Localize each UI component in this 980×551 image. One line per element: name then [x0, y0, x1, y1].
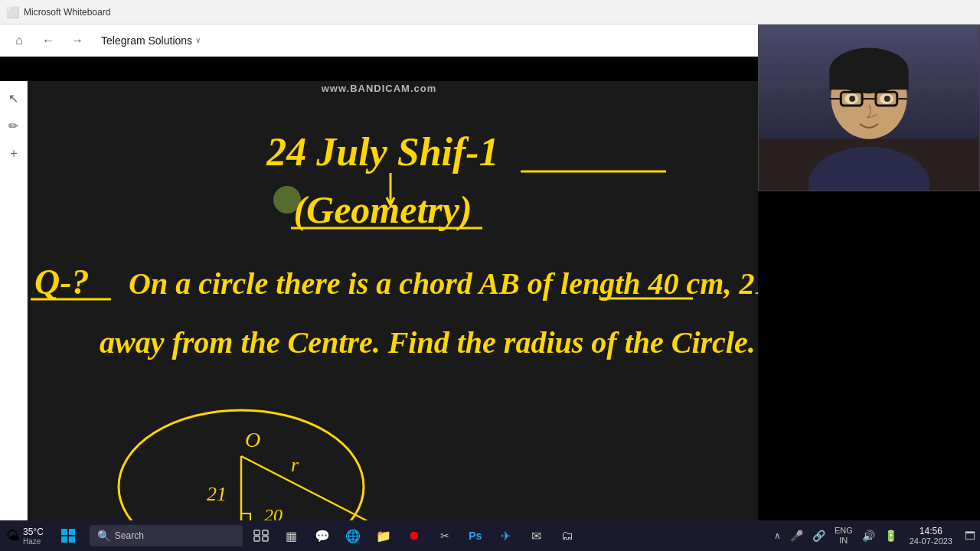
svg-rect-28 [829, 70, 908, 90]
language-button[interactable]: ENGIN [830, 520, 858, 551]
clock-time: 14:56 [920, 526, 942, 536]
svg-rect-38 [61, 529, 67, 535]
start-button[interactable] [50, 520, 87, 551]
widgets-button[interactable]: ▦ [276, 520, 307, 551]
network-icon[interactable]: 🔗 [808, 520, 830, 551]
task-view-icon [253, 530, 269, 542]
svg-text:r: r [291, 454, 299, 476]
bandicam-watermark: www.BANDICAM.com [322, 81, 437, 96]
snip-button[interactable]: ✂ [430, 520, 460, 551]
search-label: Search [115, 530, 144, 541]
photoshop-button[interactable]: Ps [460, 520, 491, 551]
taskbar-search[interactable]: 🔍 Search [90, 525, 243, 546]
search-icon: 🔍 [97, 530, 110, 542]
home-button[interactable]: ⌂ [8, 29, 31, 52]
record-button[interactable]: ⏺ [399, 520, 430, 551]
svg-text:24 July    Shif-1: 24 July Shif-1 [266, 130, 498, 174]
svg-rect-39 [69, 529, 75, 535]
weather-info: 35°C Haze [23, 527, 44, 546]
select-tool-button[interactable]: ↖ [3, 87, 24, 109]
toolbar: ⌂ ← → Telegram Solutions ∨ [0, 24, 758, 57]
weather-widget[interactable]: 🌤 35°C Haze [0, 520, 50, 551]
weather-temperature: 35°C [23, 527, 44, 537]
whiteboard-canvas[interactable]: www.BANDICAM.com 24 July Shif-1 (Geometr… [0, 81, 758, 551]
forward-button[interactable]: → [66, 29, 89, 52]
svg-rect-40 [61, 536, 67, 543]
svg-rect-44 [254, 536, 260, 541]
mic-icon[interactable]: 🎤 [786, 520, 808, 551]
svg-point-36 [849, 96, 855, 102]
svg-rect-42 [254, 530, 260, 535]
battery-icon[interactable]: 🔋 [880, 520, 902, 551]
app-icon: ⬜ [6, 6, 19, 18]
titlebar: ⬜ Microsoft Whiteboard [0, 0, 980, 24]
titlebar-title: Microsoft Whiteboard [24, 7, 110, 18]
weather-condition: Haze [23, 537, 44, 546]
svg-text:away from the Centre. Find the: away from the Centre. Find the radius of… [100, 325, 756, 360]
clock-date: 24-07-2023 [910, 536, 952, 546]
svg-rect-45 [263, 536, 268, 541]
mail-button[interactable]: ✉ [521, 520, 552, 551]
svg-text:O: O [245, 428, 260, 452]
files-button[interactable]: 🗂 [552, 520, 583, 551]
svg-point-37 [884, 96, 890, 102]
taskbar: 🌤 35°C Haze 🔍 Search ▦ 💬 🌐 [0, 520, 980, 551]
webcam-video [759, 25, 979, 191]
windows-logo-icon [60, 528, 76, 543]
clock-widget[interactable]: 14:56 24-07-2023 [902, 520, 960, 551]
svg-text:21: 21 [207, 483, 227, 505]
chrome-button[interactable]: 🌐 [338, 520, 368, 551]
back-button[interactable]: ← [37, 29, 60, 52]
left-sidebar: ↖ ✏ ＋ [0, 81, 28, 551]
volume-icon[interactable]: 🔊 [858, 520, 880, 551]
svg-text:(Geometry): (Geometry) [293, 188, 472, 231]
add-tool-button[interactable]: ＋ [3, 142, 24, 164]
show-hidden-icons-button[interactable]: ∧ [769, 520, 786, 551]
task-view-button[interactable] [246, 520, 276, 551]
teams-button[interactable]: 💬 [307, 520, 338, 551]
file-explorer-button[interactable]: 📁 [368, 520, 399, 551]
svg-rect-41 [69, 536, 75, 543]
whiteboard-title-button[interactable]: Telegram Solutions ∨ [95, 31, 207, 50]
svg-rect-43 [263, 530, 268, 535]
weather-icon: 🌤 [6, 528, 20, 544]
pen-tool-button[interactable]: ✏ [3, 115, 24, 136]
svg-text:Q-?: Q-? [34, 262, 90, 302]
telegram-button[interactable]: ✈ [491, 520, 521, 551]
whiteboard-title-text: Telegram Solutions [101, 34, 192, 47]
svg-text:On a circle there is a chord A: On a circle there is a chord AB of lengt… [129, 266, 758, 301]
webcam-panel [758, 24, 980, 191]
whiteboard-drawing: 24 July Shif-1 (Geometry) Q-? On a circl… [0, 81, 758, 551]
notification-button[interactable]: 🗖 [960, 520, 980, 551]
chevron-down-icon: ∨ [195, 36, 201, 44]
system-tray: ∧ 🎤 🔗 ENGIN 🔊 🔋 14:56 24-07-2023 🗖 [769, 520, 980, 551]
